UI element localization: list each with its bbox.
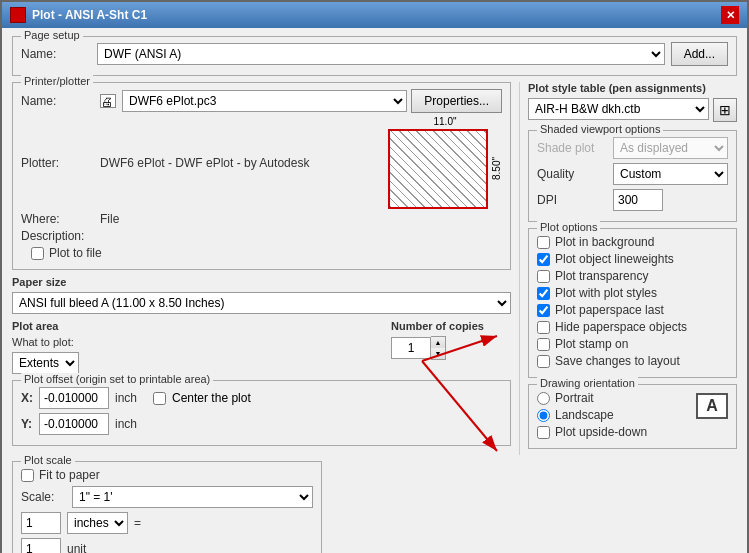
scale-select[interactable]: 1" = 1' bbox=[72, 486, 313, 508]
drawing-orientation-section: Drawing orientation Portrait Landscape bbox=[528, 384, 737, 449]
shaded-viewport-section: Shaded viewport options Shade plot As di… bbox=[528, 130, 737, 222]
plot-to-file-label: Plot to file bbox=[49, 246, 102, 260]
landscape-label: Landscape bbox=[555, 408, 614, 422]
plot-style-section: Plot style table (pen assignments) AIR-H… bbox=[528, 82, 737, 122]
x-offset-input[interactable] bbox=[39, 387, 109, 409]
plot-obj-lw-checkbox[interactable] bbox=[537, 253, 550, 266]
upside-down-row: Plot upside-down bbox=[537, 425, 690, 439]
y-unit: inch bbox=[115, 417, 137, 431]
close-button[interactable]: ✕ bbox=[721, 6, 739, 24]
portrait-radio[interactable] bbox=[537, 392, 550, 405]
dpi-input[interactable] bbox=[613, 189, 663, 211]
printer-section-label: Printer/plotter bbox=[21, 75, 93, 87]
inches-unit-select[interactable]: inches bbox=[67, 512, 128, 534]
what-to-plot-label: What to plot: bbox=[12, 336, 92, 348]
desc-label: Description: bbox=[21, 229, 96, 243]
plot-offset-section: Plot offset (origin set to printable are… bbox=[12, 380, 511, 446]
shade-plot-select[interactable]: As displayed bbox=[613, 137, 728, 159]
fit-to-paper-checkbox[interactable] bbox=[21, 469, 34, 482]
plotter-label: Plotter: bbox=[21, 156, 96, 170]
plot-obj-lw-label: Plot object lineweights bbox=[555, 252, 674, 266]
plot-transparency-row: Plot transparency bbox=[537, 269, 728, 283]
copies-title: Number of copies bbox=[391, 320, 511, 332]
plot-paperspace-checkbox[interactable] bbox=[537, 304, 550, 317]
paper-size-section: Paper size ANSI full bleed A (11.00 x 8.… bbox=[12, 276, 511, 314]
landscape-row: Landscape bbox=[537, 408, 690, 422]
plot-in-bg-row: Plot in background bbox=[537, 235, 728, 249]
plot-with-styles-checkbox[interactable] bbox=[537, 287, 550, 300]
scale-val2-input[interactable] bbox=[21, 538, 61, 553]
plot-style-title: Plot style table (pen assignments) bbox=[528, 82, 737, 94]
plot-offset-label: Plot offset (origin set to printable are… bbox=[21, 373, 213, 385]
copies-down-button[interactable]: ▼ bbox=[431, 348, 445, 359]
landscape-radio[interactable] bbox=[537, 409, 550, 422]
plot-stamp-checkbox[interactable] bbox=[537, 338, 550, 351]
plot-dialog: Plot - ANSI A-Sht C1 ✕ Page setup Name: … bbox=[0, 0, 749, 553]
equals-sign: = bbox=[134, 516, 141, 530]
plot-style-select[interactable]: AIR-H B&W dkh.ctb bbox=[528, 98, 709, 120]
title-bar: Plot - ANSI A-Sht C1 ✕ bbox=[2, 2, 747, 28]
quality-label: Quality bbox=[537, 167, 607, 181]
save-changes-checkbox[interactable] bbox=[537, 355, 550, 368]
x-unit: inch bbox=[115, 391, 137, 405]
hide-paperspace-checkbox[interactable] bbox=[537, 321, 550, 334]
plot-scale-section: Plot scale Fit to paper Scale: 1" = 1' bbox=[12, 461, 322, 553]
unit-label: unit bbox=[67, 542, 86, 553]
plot-to-file-checkbox[interactable] bbox=[31, 247, 44, 260]
plot-options-section: Plot options Plot in background Plot obj… bbox=[528, 228, 737, 378]
where-label: Where: bbox=[21, 212, 96, 226]
scale-val1-input[interactable] bbox=[21, 512, 61, 534]
copies-section: Number of copies ▲ ▼ bbox=[391, 320, 511, 374]
right-column: Plot style table (pen assignments) AIR-H… bbox=[519, 82, 737, 455]
printer-name-label: Name: bbox=[21, 94, 96, 108]
plot-area-section: Plot area What to plot: Extents bbox=[12, 320, 381, 374]
quality-select[interactable]: Custom bbox=[613, 163, 728, 185]
printer-section: Printer/plotter Name: 🖨 DWF6 ePlot.pc3 P… bbox=[12, 82, 511, 270]
hide-paperspace-row: Hide paperspace objects bbox=[537, 320, 728, 334]
hide-paperspace-label: Hide paperspace objects bbox=[555, 320, 687, 334]
printer-icon: 🖨 bbox=[100, 94, 116, 108]
shade-plot-label: Shade plot bbox=[537, 141, 607, 155]
add-button[interactable]: Add... bbox=[671, 42, 728, 66]
copies-up-button[interactable]: ▲ bbox=[431, 337, 445, 348]
plot-area-title: Plot area bbox=[12, 320, 381, 332]
plot-transparency-checkbox[interactable] bbox=[537, 270, 550, 283]
page-setup-select[interactable]: DWF (ANSI A) bbox=[97, 43, 665, 65]
x-label: X: bbox=[21, 391, 33, 405]
upside-down-checkbox[interactable] bbox=[537, 426, 550, 439]
paper-size-title: Paper size bbox=[12, 276, 511, 288]
dialog-title: Plot - ANSI A-Sht C1 bbox=[32, 8, 147, 22]
plot-options-label: Plot options bbox=[537, 221, 600, 233]
plot-stamp-row: Plot stamp on bbox=[537, 337, 728, 351]
preview-height: 8.50" bbox=[491, 157, 502, 180]
preview-width: 11.0" bbox=[388, 116, 502, 127]
paper-size-select[interactable]: ANSI full bleed A (11.00 x 8.50 Inches) bbox=[12, 292, 511, 314]
preview-box bbox=[388, 129, 488, 209]
plot-with-styles-row: Plot with plot styles bbox=[537, 286, 728, 300]
copies-input[interactable] bbox=[391, 337, 431, 359]
printer-select[interactable]: DWF6 ePlot.pc3 bbox=[122, 90, 407, 112]
plot-in-bg-checkbox[interactable] bbox=[537, 236, 550, 249]
fit-to-paper-label: Fit to paper bbox=[39, 468, 100, 482]
page-setup-label: Page setup bbox=[21, 29, 83, 41]
scale-label: Scale: bbox=[21, 490, 66, 504]
portrait-row: Portrait bbox=[537, 391, 690, 405]
center-plot-label: Center the plot bbox=[172, 391, 251, 405]
dpi-label: DPI bbox=[537, 193, 607, 207]
shaded-viewport-label: Shaded viewport options bbox=[537, 123, 663, 135]
y-label: Y: bbox=[21, 417, 33, 431]
save-changes-row: Save changes to layout bbox=[537, 354, 728, 368]
plotter-value: DWF6 ePlot - DWF ePlot - by Autodesk bbox=[100, 156, 376, 170]
preview-thumbnail: 11.0" 8.50" bbox=[388, 116, 502, 209]
plot-scale-section-label: Plot scale bbox=[21, 454, 75, 466]
center-plot-checkbox[interactable] bbox=[153, 392, 166, 405]
orientation-icon: A bbox=[696, 393, 728, 419]
y-offset-input[interactable] bbox=[39, 413, 109, 435]
upside-down-label: Plot upside-down bbox=[555, 425, 647, 439]
properties-button[interactable]: Properties... bbox=[411, 89, 502, 113]
plot-paperspace-row: Plot paperspace last bbox=[537, 303, 728, 317]
what-to-plot-select[interactable]: Extents bbox=[12, 352, 79, 374]
drawing-orientation-label: Drawing orientation bbox=[537, 377, 638, 389]
plot-style-edit-button[interactable]: ⊞ bbox=[713, 98, 737, 122]
plot-with-styles-label: Plot with plot styles bbox=[555, 286, 657, 300]
